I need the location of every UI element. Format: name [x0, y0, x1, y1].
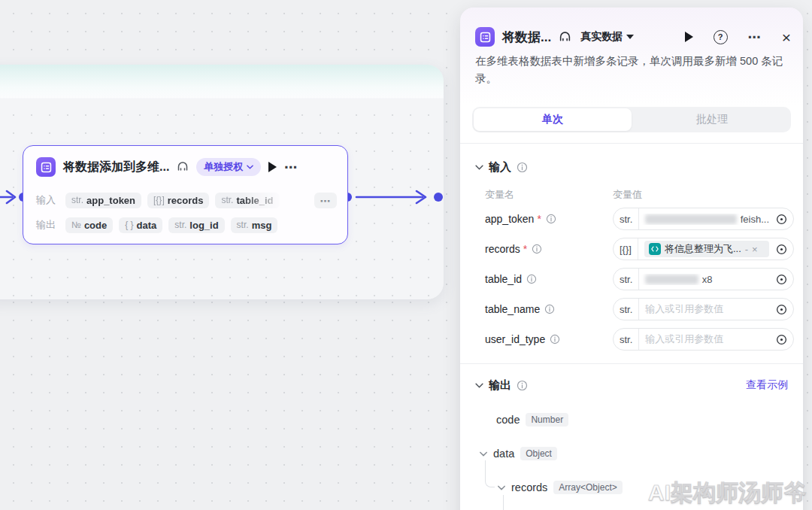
param-tag[interactable]: [{}]records: [147, 193, 209, 208]
panel-more-button[interactable]: ⋯: [748, 31, 762, 44]
connector-icon: [559, 31, 571, 44]
node-input-tags: str.app_token [{}]records str.table_id s…: [65, 193, 291, 208]
required-mark: *: [537, 213, 541, 225]
type-prefix: str.: [237, 220, 249, 230]
value-field-table-id[interactable]: str. x8: [613, 268, 794, 290]
placeholder-text: 输入或引用参数值: [645, 302, 723, 316]
param-name: records: [168, 195, 204, 206]
param-name: log_id: [189, 220, 218, 231]
reference-picker-icon[interactable]: [775, 303, 788, 316]
chevron-down-icon[interactable]: [480, 451, 487, 457]
type-prefix: №: [71, 220, 81, 230]
param-label-user-id-type: user_id_type: [485, 328, 560, 351]
chevron-down-icon[interactable]: [475, 165, 483, 170]
output-field-data: data Object: [480, 445, 557, 462]
node-description: 在多维表格数据表中新增多条记录，单次调用最多新增 500 条记录。: [475, 53, 791, 87]
data-mode-dropdown[interactable]: 真实数据: [580, 30, 634, 44]
param-name: app_token: [485, 213, 534, 225]
column-header-name: 变量名: [485, 188, 514, 202]
run-button[interactable]: [685, 32, 693, 42]
value-field-user-id-type[interactable]: str. 输入或引用参数值: [613, 328, 794, 351]
output-field-records: records Array<Object>: [498, 479, 623, 496]
reference-chip[interactable]: 将信息整理为飞... - ×: [644, 241, 769, 257]
view-example-link[interactable]: 查看示例: [746, 378, 788, 392]
param-name: table_name: [485, 303, 540, 315]
panel-header: 将数据... 真实数据 ? ⋯ ×: [475, 26, 791, 48]
output-field-code: code Number: [496, 411, 568, 428]
info-icon: [532, 244, 542, 254]
type-prefix: str.: [614, 269, 639, 290]
section-title: 输出: [489, 378, 511, 393]
data-mode-label: 真实数据: [580, 30, 623, 44]
param-tag[interactable]: str.msg: [231, 217, 278, 233]
column-header-value: 变量值: [613, 188, 642, 202]
param-label-table-name: table_name: [485, 298, 555, 320]
field-name: data: [493, 448, 514, 460]
param-tag[interactable]: str.log_id: [168, 217, 224, 233]
node-output-label: 输出: [36, 218, 59, 232]
node-output-row: 输出 №code { }data str.log_id str.msg: [36, 216, 337, 234]
input-section-header[interactable]: 输入: [475, 159, 528, 175]
info-icon: [517, 162, 528, 173]
help-icon[interactable]: ?: [714, 30, 728, 44]
dash-icon: -: [745, 244, 748, 255]
reference-picker-icon[interactable]: [775, 243, 788, 256]
info-icon: [546, 214, 556, 224]
type-prefix: str.: [174, 220, 186, 230]
info-icon: [550, 334, 560, 345]
node-header: 将数据添加到多维... 单独授权 ⋯: [36, 156, 337, 178]
param-name: data: [137, 220, 157, 231]
value-field-table-name[interactable]: str. 输入或引用参数值: [613, 298, 794, 320]
required-mark: *: [523, 243, 527, 255]
type-prefix: str.: [614, 329, 639, 350]
value-field-app-token[interactable]: str. feish...: [613, 208, 794, 230]
value-field-records[interactable]: [{}] 将信息整理为飞... - ×: [613, 238, 794, 260]
param-tag[interactable]: str.app_token: [65, 193, 141, 208]
node-input-row: 输入 str.app_token [{}]records str.table_i…: [36, 191, 308, 209]
tab-batch[interactable]: 批处理: [633, 107, 791, 132]
remove-reference-icon[interactable]: ×: [752, 244, 758, 255]
node-input-label: 输入: [36, 193, 59, 207]
info-icon: [544, 304, 555, 314]
bitable-icon: [36, 157, 56, 177]
redacted-value: [645, 275, 698, 284]
chevron-down-icon[interactable]: [498, 485, 505, 490]
param-name: msg: [252, 220, 272, 231]
param-tag[interactable]: №code: [65, 217, 113, 233]
auth-dropdown[interactable]: 单独授权: [196, 158, 261, 176]
chevron-down-icon[interactable]: [475, 383, 483, 388]
node-run-button[interactable]: [268, 162, 277, 172]
reference-picker-icon[interactable]: [775, 273, 788, 286]
param-name: table_id: [236, 195, 273, 206]
type-prefix: str.: [71, 195, 83, 205]
panel-title: 将数据...: [502, 29, 551, 46]
param-name: table_id: [485, 273, 522, 285]
tab-single[interactable]: 单次: [474, 108, 632, 131]
param-name: app_token: [86, 195, 135, 206]
field-name: records: [511, 481, 547, 493]
field-type-badge: Array<Object>: [553, 481, 622, 494]
next-node-port[interactable]: [434, 193, 443, 202]
tree-connector: [503, 495, 504, 510]
node-output-tags: №code { }data str.log_id str.msg: [65, 217, 277, 233]
type-prefix: { }: [125, 220, 133, 230]
workflow-node-bitable[interactable]: 将数据添加到多维... 单独授权 ⋯ 输入 str.app_token [{}]…: [23, 145, 348, 244]
field-type-badge: Object: [520, 447, 557, 460]
close-icon[interactable]: ×: [782, 29, 791, 45]
output-section-header[interactable]: 输出: [475, 377, 528, 393]
node-more-button[interactable]: ⋯: [284, 161, 298, 174]
type-prefix: [{}]: [614, 238, 638, 260]
mode-tabs: 单次 批处理: [472, 107, 791, 132]
divider: [460, 143, 803, 144]
reference-picker-icon[interactable]: [775, 213, 788, 226]
workflow-editor: { "canvas": { "node": { "title": "将数据添加到…: [0, 0, 812, 510]
placeholder-text: 输入或引用参数值: [645, 332, 723, 346]
param-tag[interactable]: { }data: [119, 217, 162, 233]
reference-picker-icon[interactable]: [775, 333, 788, 346]
bitable-icon: [475, 27, 495, 47]
redacted-value: [645, 214, 736, 224]
param-tag[interactable]: str.: [286, 193, 291, 208]
param-tag[interactable]: str.table_id: [215, 193, 279, 208]
more-params-button[interactable]: ⋯: [314, 193, 337, 208]
field-type-badge: Number: [526, 413, 568, 427]
